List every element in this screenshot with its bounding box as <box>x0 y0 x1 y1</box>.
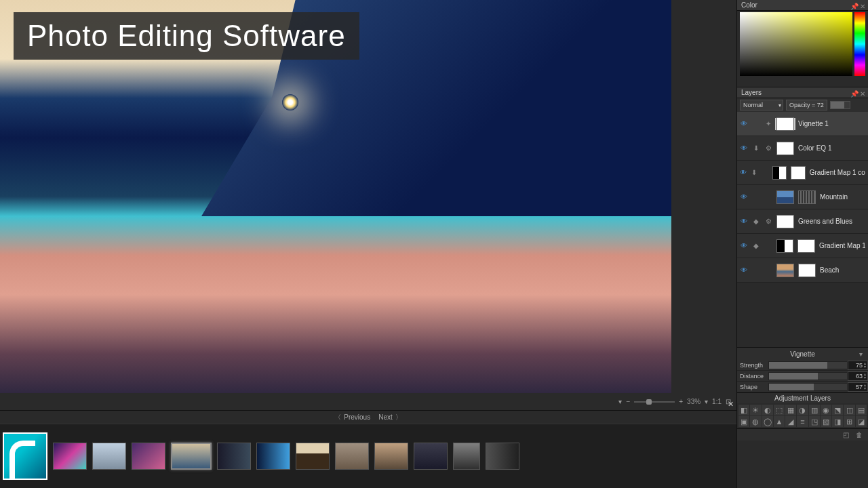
layer-row[interactable]: 👁◆Gradient Map 1 <box>737 234 868 258</box>
adjustment-icon[interactable]: ◢ <box>785 416 796 427</box>
adjustment-icon[interactable]: ◑ <box>797 405 808 415</box>
close-icon[interactable]: ✕ <box>860 90 865 96</box>
layers-empty-area[interactable] <box>737 283 868 347</box>
adjustment-icon[interactable]: ◐ <box>762 405 773 415</box>
visibility-eye-icon[interactable]: 👁 <box>740 266 748 274</box>
layer-row[interactable]: 👁◆⚙Greens and Blues <box>737 209 868 234</box>
close-icon[interactable]: ✕ <box>860 3 865 8</box>
filmstrip-thumb[interactable] <box>92 443 126 470</box>
adjustment-icon[interactable]: ⊞ <box>844 416 854 427</box>
layer-fx-icon[interactable] <box>764 242 772 250</box>
layer-mask-thumbnail[interactable] <box>798 190 816 204</box>
adjustment-icon[interactable]: ◳ <box>809 416 820 427</box>
pin-icon[interactable]: 📌 <box>850 3 856 8</box>
zoom-minus-icon[interactable]: − <box>626 398 630 405</box>
layer-row[interactable]: 👁⬇⚙Color EQ 1 <box>737 136 868 161</box>
adjustment-icon[interactable]: ◪ <box>856 416 867 427</box>
filmstrip-thumb[interactable] <box>486 443 519 470</box>
filmstrip-thumb[interactable] <box>53 443 87 470</box>
zoom-dropdown-icon[interactable]: ▾ <box>705 398 708 405</box>
layer-fx-icon[interactable] <box>764 266 772 274</box>
slider-value[interactable]: 75▴▾ <box>848 361 868 370</box>
adjustment-icon[interactable]: ◍ <box>750 416 761 427</box>
layer-thumbnail[interactable] <box>776 239 794 253</box>
layer-fx-icon[interactable]: ⚙ <box>764 144 772 152</box>
adjustment-icon[interactable]: ⬔ <box>832 405 843 415</box>
hue-slider[interactable] <box>854 12 865 76</box>
layer-clip-icon[interactable] <box>752 266 760 274</box>
layer-clip-icon[interactable]: ◆ <box>752 218 760 226</box>
slider-track[interactable] <box>768 372 848 380</box>
filmstrip-thumb[interactable] <box>414 443 448 470</box>
adjustment-icon[interactable]: ◫ <box>844 405 854 415</box>
trash-icon[interactable]: 🗑 <box>856 431 863 439</box>
adjustment-icon[interactable]: ◧ <box>738 405 749 415</box>
layer-thumbnail[interactable] <box>776 117 794 131</box>
prev-button[interactable]: 〈 Previous <box>334 413 370 422</box>
layer-clip-icon[interactable]: ◆ <box>752 242 760 250</box>
blend-mode-select[interactable]: Normal <box>740 100 783 110</box>
adjustment-icon[interactable]: ⬚ <box>774 405 785 415</box>
layer-thumbnail[interactable] <box>772 166 787 180</box>
adjustment-icon[interactable]: ▲ <box>774 416 785 427</box>
adjustment-icon[interactable]: ◯ <box>762 416 773 427</box>
filmstrip-thumb[interactable] <box>296 443 330 470</box>
layer-thumbnail[interactable] <box>776 215 794 228</box>
layer-thumbnail[interactable] <box>776 190 794 204</box>
layer-fx-icon[interactable]: ✦ <box>764 120 772 128</box>
filmstrip-thumb[interactable] <box>374 443 408 470</box>
layer-row[interactable]: 👁Mountain <box>737 185 868 209</box>
adjustment-icon[interactable]: ☀ <box>750 405 761 415</box>
visibility-eye-icon[interactable]: 👁 <box>740 242 748 250</box>
layer-clip-icon[interactable] <box>752 120 760 128</box>
adjustment-icon[interactable]: ≡ <box>797 416 808 427</box>
filmstrip-thumb[interactable] <box>171 443 212 470</box>
opacity-slider[interactable] <box>830 101 850 109</box>
adjustment-header[interactable]: Vignette ▾ <box>737 348 868 360</box>
adjustment-icon[interactable]: ▤ <box>856 405 867 415</box>
layer-row[interactable]: 👁✦Vignette 1 <box>737 112 868 136</box>
layer-fx-icon[interactable] <box>764 193 772 201</box>
layer-row[interactable]: 👁⬇Gradient Map 1 copy 1 <box>737 161 868 185</box>
filmstrip-thumb[interactable] <box>217 443 251 470</box>
visibility-eye-icon[interactable]: 👁 <box>740 193 748 201</box>
slider-value[interactable]: 63▴▾ <box>848 371 868 381</box>
visibility-eye-icon[interactable]: 👁 <box>740 218 748 226</box>
slider-track[interactable] <box>768 361 848 369</box>
ratio-label[interactable]: 1:1 <box>712 398 722 405</box>
adjustment-icon[interactable]: ▦ <box>785 405 796 415</box>
layer-mask-thumbnail[interactable] <box>797 239 815 253</box>
adjustment-icon[interactable]: ▣ <box>738 416 749 427</box>
slider-track[interactable] <box>768 383 848 391</box>
adjustment-icon[interactable]: ▥ <box>809 405 820 415</box>
visibility-eye-icon[interactable]: 👁 <box>740 144 748 152</box>
layer-mask-thumbnail[interactable] <box>791 166 806 180</box>
adjustment-icon[interactable]: ▧ <box>821 416 831 427</box>
filmstrip-thumb[interactable] <box>256 443 290 470</box>
close-icon[interactable]: ✕ <box>728 400 734 409</box>
filmstrip-thumb[interactable] <box>335 443 369 470</box>
zoom-plus-icon[interactable]: + <box>679 398 683 405</box>
visibility-eye-icon[interactable]: 👁 <box>740 169 747 177</box>
layer-clip-icon[interactable]: ⬇ <box>751 169 757 177</box>
mask-icon[interactable]: ◰ <box>843 431 849 439</box>
layer-clip-icon[interactable]: ⬇ <box>752 144 760 152</box>
opacity-input[interactable]: Opacity = 72 <box>786 100 827 110</box>
filmstrip-thumb[interactable] <box>132 443 165 470</box>
canvas-viewport[interactable]: Photo Editing Software <box>0 0 671 393</box>
layer-thumbnail[interactable] <box>776 142 794 155</box>
color-field[interactable] <box>740 12 852 76</box>
layer-thumbnail[interactable] <box>776 264 794 277</box>
layer-mask-thumbnail[interactable] <box>798 264 816 277</box>
zoom-slider[interactable] <box>634 401 675 403</box>
adjustment-icon[interactable]: ◉ <box>821 405 831 415</box>
slider-value[interactable]: 57▴▾ <box>848 382 868 392</box>
pin-icon[interactable]: 📌 <box>850 90 856 96</box>
layer-fx-icon[interactable]: ⚙ <box>764 218 772 226</box>
next-button[interactable]: Next 〉 <box>378 413 402 422</box>
layer-clip-icon[interactable] <box>752 193 760 201</box>
filmstrip-thumb[interactable] <box>453 443 480 470</box>
layer-fx-icon[interactable] <box>762 169 768 177</box>
zoom-out-icon[interactable]: ▾ <box>618 398 622 405</box>
adjustment-icon[interactable]: ◨ <box>832 416 843 427</box>
